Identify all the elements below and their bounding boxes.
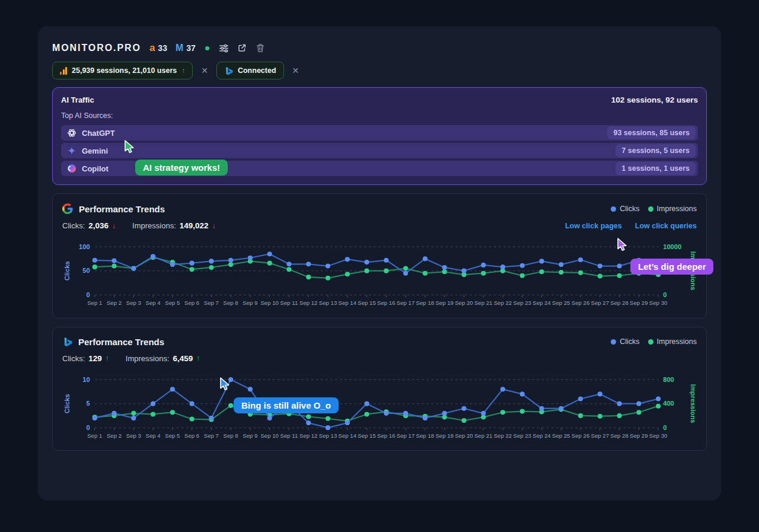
analytics-chip[interactable]: 25,939 sessions, 21,010 users ↑ xyxy=(52,62,193,79)
svg-text:Clicks: Clicks xyxy=(63,261,71,281)
ai-source-value: 1 sessions, 1 users xyxy=(616,162,696,175)
svg-text:Sep 18: Sep 18 xyxy=(416,300,434,306)
bing-performance-chart[interactable]: 10800540000Sep 1Sep 2Sep 3Sep 4Sep 5Sep … xyxy=(62,375,697,444)
bing-chip-label: Connected xyxy=(238,66,276,75)
ai-source-row-gemini[interactable]: Gemini 7 sessions, 5 users xyxy=(61,143,698,158)
panel-title: Performance Trends xyxy=(79,204,165,214)
svg-text:Sep 30: Sep 30 xyxy=(649,300,667,306)
low-click-queries-link[interactable]: Low click queries xyxy=(635,222,697,230)
ai-source-name: Copilot xyxy=(82,164,109,173)
svg-text:Sep 25: Sep 25 xyxy=(552,432,570,439)
svg-text:5: 5 xyxy=(86,400,90,407)
svg-text:0: 0 xyxy=(86,291,90,298)
svg-text:Sep 27: Sep 27 xyxy=(591,432,609,439)
clicks-dot-icon xyxy=(611,206,616,212)
svg-text:Sep 19: Sep 19 xyxy=(435,432,453,439)
svg-text:5000: 5000 xyxy=(663,267,678,274)
svg-text:Sep 8: Sep 8 xyxy=(224,432,238,439)
svg-text:Sep 21: Sep 21 xyxy=(474,300,492,306)
google-icon xyxy=(62,203,73,214)
svg-text:Sep 16: Sep 16 xyxy=(377,432,395,439)
svg-text:Sep 16: Sep 16 xyxy=(377,300,395,306)
copilot-icon xyxy=(67,164,76,173)
svg-text:Sep 18: Sep 18 xyxy=(416,432,434,439)
legend-impressions[interactable]: Impressions xyxy=(648,205,697,213)
svg-text:Sep 4: Sep 4 xyxy=(146,432,161,439)
legend-clicks[interactable]: Clicks xyxy=(611,337,639,346)
ai-source-row-chatgpt[interactable]: ChatGPT 93 sessions, 85 users xyxy=(61,125,698,141)
svg-text:Sep 10: Sep 10 xyxy=(260,432,278,439)
dashboard-card: MONITORO.PRO a 33 M 37 xyxy=(38,26,721,501)
ahrefs-metric[interactable]: a 33 xyxy=(149,42,167,54)
svg-text:Sep 30: Sep 30 xyxy=(649,432,667,439)
trend-down-icon: ↓ xyxy=(112,222,116,230)
legend-clicks[interactable]: Clicks xyxy=(611,205,639,213)
svg-text:Sep 26: Sep 26 xyxy=(572,432,589,439)
google-performance-panel: Performance Trends Clicks Impressions Cl… xyxy=(52,193,707,318)
svg-text:Sep 26: Sep 26 xyxy=(572,300,589,306)
impressions-stat: Impressions:6,459↑ xyxy=(126,354,200,363)
svg-text:10000: 10000 xyxy=(663,243,681,250)
svg-text:Sep 6: Sep 6 xyxy=(184,300,199,306)
svg-text:100: 100 xyxy=(79,243,90,250)
trend-up-icon: ↑ xyxy=(196,354,200,362)
analytics-chip-label: 25,939 sessions, 21,010 users xyxy=(72,66,177,75)
bing-chip-close-icon[interactable]: ✕ xyxy=(291,66,301,75)
gemini-icon xyxy=(67,146,76,155)
svg-text:Sep 10: Sep 10 xyxy=(260,300,278,306)
ai-source-value: 7 sessions, 5 users xyxy=(616,144,696,157)
ai-sources-list: ChatGPT 93 sessions, 85 users Gemini 7 s… xyxy=(61,125,698,176)
svg-text:Sep 24: Sep 24 xyxy=(532,432,551,439)
chatgpt-icon xyxy=(67,128,76,138)
svg-text:Sep 22: Sep 22 xyxy=(494,432,512,439)
svg-text:Sep 1: Sep 1 xyxy=(87,432,102,439)
svg-text:Clicks: Clicks xyxy=(63,394,71,413)
majestic-icon: M xyxy=(176,43,183,53)
svg-text:Sep 21: Sep 21 xyxy=(474,432,492,439)
ai-source-name: Gemini xyxy=(82,146,108,155)
svg-text:Sep 5: Sep 5 xyxy=(165,300,180,306)
external-link-icon[interactable] xyxy=(237,43,247,53)
svg-text:Sep 11: Sep 11 xyxy=(280,300,298,306)
majestic-metric[interactable]: M 37 xyxy=(176,43,196,53)
svg-text:Sep 17: Sep 17 xyxy=(397,300,414,306)
svg-text:0: 0 xyxy=(663,423,666,431)
svg-text:Sep 24: Sep 24 xyxy=(532,300,551,306)
trend-up-icon: ↑ xyxy=(106,354,109,362)
bing-icon xyxy=(62,337,72,347)
svg-text:Sep 3: Sep 3 xyxy=(126,300,141,306)
svg-text:Sep 23: Sep 23 xyxy=(513,432,531,439)
clicks-dot-icon xyxy=(611,339,616,345)
chart-legend: Clicks Impressions xyxy=(611,337,697,346)
majestic-value: 37 xyxy=(186,43,196,53)
analytics-chip-close-icon[interactable]: ✕ xyxy=(200,66,209,75)
low-click-pages-link[interactable]: Low click pages xyxy=(565,222,622,230)
svg-text:Sep 12: Sep 12 xyxy=(299,432,317,439)
bing-performance-panel: Performance Trends Clicks Impressions Cl… xyxy=(52,327,707,451)
svg-text:Sep 2: Sep 2 xyxy=(107,300,122,306)
ai-source-row-copilot[interactable]: Copilot 1 sessions, 1 users xyxy=(61,161,698,176)
svg-text:Sep 22: Sep 22 xyxy=(494,300,512,306)
svg-text:400: 400 xyxy=(663,400,674,407)
ai-source-value: 93 sessions, 85 users xyxy=(607,126,696,139)
svg-text:800: 800 xyxy=(663,375,674,383)
svg-text:Sep 20: Sep 20 xyxy=(455,300,473,306)
legend-impressions[interactable]: Impressions xyxy=(648,337,697,346)
google-analytics-icon xyxy=(60,67,67,75)
site-title: MONITORO.PRO xyxy=(52,43,141,53)
bing-chip[interactable]: Connected xyxy=(216,62,284,79)
svg-text:Sep 8: Sep 8 xyxy=(224,300,238,306)
filter-sliders-icon[interactable] xyxy=(219,43,229,53)
trash-icon[interactable] xyxy=(256,43,266,53)
ai-traffic-panel: AI Traffic 102 sessions, 92 users Top AI… xyxy=(52,87,707,185)
svg-text:50: 50 xyxy=(82,267,90,274)
svg-text:Sep 5: Sep 5 xyxy=(165,432,180,439)
ai-sources-subtitle: Top AI Sources: xyxy=(61,112,698,120)
svg-text:Sep 15: Sep 15 xyxy=(358,300,375,306)
svg-text:0: 0 xyxy=(663,291,666,298)
header-actions xyxy=(219,43,266,53)
clicks-stat: Clicks:2,036↓ xyxy=(62,221,116,230)
ai-traffic-title: AI Traffic xyxy=(61,95,94,104)
google-performance-chart[interactable]: 1001000050500000Sep 1Sep 2Sep 3Sep 4Sep … xyxy=(62,242,697,311)
svg-text:Impressions: Impressions xyxy=(690,251,697,291)
